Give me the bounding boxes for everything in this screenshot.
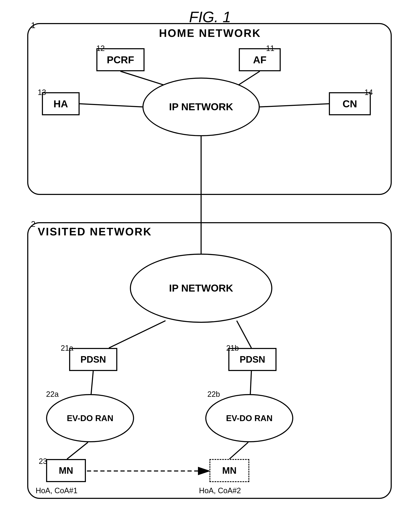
visited-network-label: VISITED NETWORK bbox=[38, 225, 152, 238]
ha-box: HA bbox=[42, 92, 80, 115]
evdo-ran-a-ellipse: EV-DO RAN bbox=[46, 394, 134, 442]
pdsn-a-label: PDSN bbox=[81, 354, 106, 365]
af-label: AF bbox=[253, 54, 267, 66]
ip-network-visited-ellipse: IP NETWORK bbox=[130, 254, 272, 323]
mn-b-box: MN bbox=[210, 459, 249, 482]
pdsn-a-box: PDSN bbox=[69, 348, 117, 371]
ip-network-home-label: IP NETWORK bbox=[169, 101, 233, 113]
home-network-label: HOME NETWORK bbox=[159, 27, 261, 39]
ha-label: HA bbox=[53, 98, 68, 110]
mn-a-address: HoA, CoA#1 bbox=[35, 486, 78, 495]
ref-12: 12 bbox=[96, 44, 105, 53]
evdo-ran-a-label: EV-DO RAN bbox=[67, 413, 113, 424]
ip-network-visited-label: IP NETWORK bbox=[169, 282, 233, 294]
cn-label: CN bbox=[342, 98, 357, 110]
ref-22a: 22a bbox=[46, 390, 59, 399]
ref-22b: 22b bbox=[207, 390, 220, 399]
evdo-ran-b-label: EV-DO RAN bbox=[226, 413, 272, 424]
ref-21a: 21a bbox=[61, 344, 73, 353]
ref-23: 23 bbox=[39, 457, 47, 466]
ref-14: 14 bbox=[364, 88, 373, 97]
ref-21b: 21b bbox=[226, 344, 239, 353]
mn-b-address: HoA, CoA#2 bbox=[199, 486, 241, 495]
ref-13: 13 bbox=[38, 88, 46, 97]
pcrf-label: PCRF bbox=[107, 54, 134, 66]
mn-a-label: MN bbox=[59, 465, 73, 476]
mn-b-label: MN bbox=[222, 465, 236, 476]
evdo-ran-b-ellipse: EV-DO RAN bbox=[205, 394, 293, 442]
pdsn-b-label: PDSN bbox=[240, 354, 265, 365]
ref-11: 11 bbox=[266, 44, 274, 53]
ip-network-home-ellipse: IP NETWORK bbox=[142, 78, 260, 136]
mn-a-box: MN bbox=[46, 459, 86, 482]
